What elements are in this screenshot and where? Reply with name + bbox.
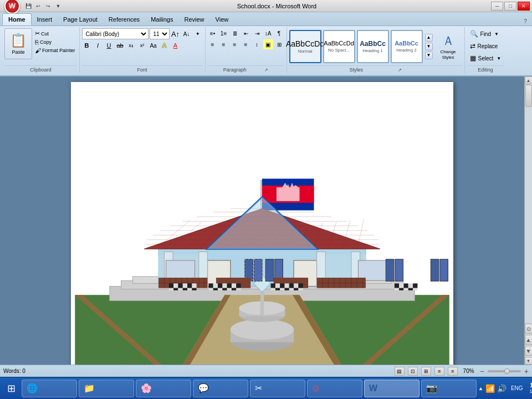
language-indicator[interactable]: ENG (509, 384, 525, 392)
view-normal-btn[interactable]: ▤ (395, 367, 405, 376)
bold-button[interactable]: B (82, 40, 92, 50)
border-button[interactable]: ⊞ (274, 39, 284, 49)
subscript-button[interactable]: x₂ (126, 40, 136, 50)
scroll-track[interactable] (525, 84, 533, 323)
increase-indent-button[interactable]: ⇥ (252, 28, 262, 38)
select-dropdown[interactable]: ▼ (497, 56, 501, 61)
zoom-slider[interactable] (488, 370, 521, 372)
styles-scroll-up[interactable]: ▲ (425, 34, 433, 42)
close-button[interactable]: ✕ (518, 2, 530, 11)
justify-button[interactable]: ≡ (241, 39, 251, 49)
font-size-select[interactable]: 11 (150, 28, 170, 39)
zoom-in-btn[interactable]: + (524, 367, 529, 376)
tab-review[interactable]: Review (178, 13, 209, 25)
tray-arrow[interactable]: ▲ (478, 386, 483, 391)
font-face-select[interactable]: Calibri (Body) (82, 28, 149, 39)
align-left-button[interactable]: ≡ (208, 39, 218, 49)
style-heading1-box[interactable]: AaBbCc Heading 1 (357, 30, 389, 63)
office-button[interactable]: W (4, 0, 20, 14)
tab-view[interactable]: View (210, 13, 234, 25)
styles-scroll-down[interactable]: ▼ (425, 43, 433, 50)
styles-more[interactable]: ▼ (425, 52, 433, 59)
numbering-button[interactable]: 1≡ (219, 28, 229, 38)
show-marks-button[interactable]: ¶ (274, 28, 284, 38)
prev-page-btn[interactable]: ▲ (525, 335, 533, 345)
maximize-button[interactable]: □ (504, 2, 516, 11)
change-styles-button[interactable]: Ａ Change Styles (434, 30, 462, 63)
select-button[interactable]: ▦ Select ▼ (467, 53, 504, 64)
taskbar-word[interactable]: W (364, 380, 420, 397)
format-painter-button[interactable]: 🖌 Format Painter (33, 47, 77, 54)
scroll-down-button[interactable]: ▼ (525, 357, 533, 365)
taskbar-snipping[interactable]: ✂ (250, 380, 305, 397)
highlight-color-button[interactable]: A (160, 40, 170, 50)
superscript-button[interactable]: x² (137, 40, 147, 50)
style-normal-box[interactable]: AaBbCcDd Normal (289, 30, 321, 63)
center-button[interactable]: ≡ (219, 39, 229, 49)
replace-button[interactable]: ⇄ Replace (467, 40, 501, 52)
clear-format-button[interactable]: ✦ (193, 29, 203, 39)
taskbar-opera[interactable]: ⊙ (307, 380, 362, 397)
customize-quick-btn[interactable]: ▼ (54, 2, 63, 11)
view-web-btn[interactable]: ⊞ (421, 367, 431, 376)
tab-insert[interactable]: Insert (32, 13, 58, 25)
taskbar-explorer[interactable]: 📁 (79, 380, 134, 397)
sound-icon[interactable]: 🔊 (497, 384, 507, 393)
undo-quick-btn[interactable]: ↩ (34, 2, 43, 11)
svg-rect-123 (285, 288, 289, 290)
sort-button[interactable]: ↕A (263, 28, 273, 38)
change-case-button[interactable]: Aa (149, 40, 158, 50)
paste-button[interactable]: 📋 Paste (4, 28, 32, 59)
svg-rect-144 (173, 288, 178, 290)
italic-button[interactable]: I (93, 40, 103, 50)
zoom-slider-thumb[interactable] (504, 369, 510, 374)
view-fullscreen-btn[interactable]: ⊡ (408, 367, 418, 376)
tab-references[interactable]: References (103, 13, 145, 25)
start-button[interactable]: ⊞ (2, 380, 20, 397)
styles-dialog-launcher[interactable]: ↗ (398, 68, 402, 73)
bullets-button[interactable]: ≡• (208, 28, 218, 38)
taskbar-media[interactable]: 🌸 (136, 380, 191, 397)
system-clock[interactable]: 11:04 AM 12/17/2014 (528, 382, 532, 394)
redo-quick-btn[interactable]: ↪ (44, 2, 53, 11)
style-nospacing-box[interactable]: AaBbCcDd No Spaci... (323, 30, 355, 63)
zoom-out-btn[interactable]: − (480, 367, 484, 376)
para-dialog-launcher[interactable]: ↗ (264, 68, 268, 73)
align-right-button[interactable]: ≡ (230, 39, 240, 49)
strikethrough-button[interactable]: ab (115, 40, 125, 50)
shrink-font-button[interactable]: A↓ (182, 29, 192, 39)
next-page-btn[interactable]: ▼ (525, 346, 533, 356)
tab-pagelayout[interactable]: Page Layout (58, 13, 103, 25)
tab-home[interactable]: Home (2, 13, 32, 25)
svg-rect-143 (169, 288, 173, 290)
taskbar-camera[interactable]: 📷 (421, 380, 477, 397)
vertical-scrollbar: ▲ ⊙ ▲ ▼ ▼ (524, 76, 532, 365)
find-dropdown[interactable]: ▼ (494, 32, 499, 37)
line-spacing-button[interactable]: ↕ (252, 39, 262, 49)
shading-button[interactable]: ▣ (263, 39, 273, 49)
style-heading2-box[interactable]: AaBbCc Heading 2 (391, 30, 423, 63)
copy-button[interactable]: ⎘ Copy (33, 38, 77, 46)
view-outline-btn[interactable]: ≡ (434, 367, 444, 376)
tab-mailings[interactable]: Mailings (145, 13, 178, 25)
minimize-button[interactable]: ─ (491, 2, 503, 11)
multilevel-button[interactable]: ≣ (230, 28, 240, 38)
font-controls: Calibri (Body) 11 A↑ A↓ ✦ B I U ab x₂ x² (82, 27, 203, 65)
underline-button[interactable]: U (104, 40, 114, 50)
find-button[interactable]: 🔍 Find ▼ (467, 28, 502, 39)
ribbon: Home Insert Page Layout References Maili… (0, 12, 532, 76)
decrease-indent-button[interactable]: ⇤ (241, 28, 251, 38)
network-icon[interactable]: 📶 (485, 384, 495, 393)
help-button[interactable]: ? (521, 17, 530, 25)
svg-rect-133 (399, 288, 403, 290)
scroll-up-button[interactable]: ▲ (525, 76, 533, 84)
font-color-button[interactable]: A (171, 40, 181, 50)
scroll-select-btn[interactable]: ⊙ (525, 324, 533, 334)
grow-font-button[interactable]: A↑ (171, 29, 181, 39)
scroll-thumb[interactable] (525, 85, 532, 107)
taskbar-skype[interactable]: 💬 (193, 380, 248, 397)
cut-button[interactable]: ✂ Cut (33, 29, 77, 38)
view-draft-btn[interactable]: ≡ (448, 367, 458, 376)
taskbar-ie[interactable]: 🌐 (22, 380, 77, 397)
save-quick-btn[interactable]: 💾 (24, 2, 33, 11)
